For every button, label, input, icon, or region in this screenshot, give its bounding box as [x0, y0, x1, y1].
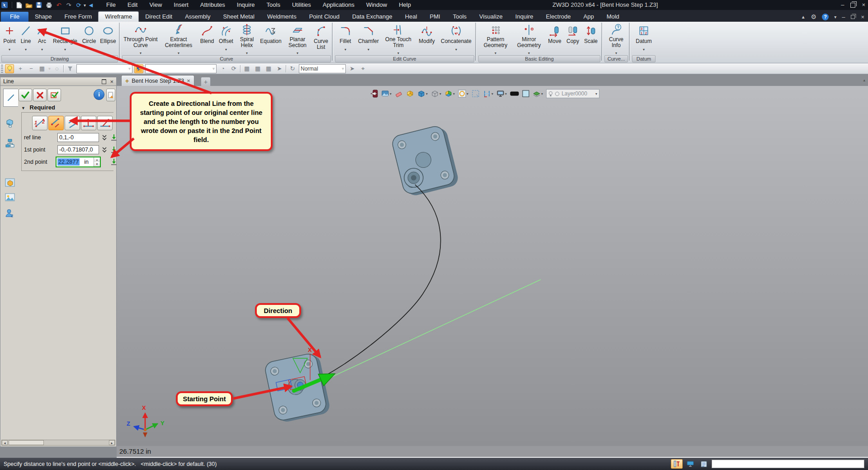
first-point-pick-icon[interactable]: [110, 145, 117, 154]
help-icon[interactable]: ?: [822, 14, 829, 20]
tab-weldments[interactable]: Weldments: [261, 12, 303, 22]
face-color-icon[interactable]: [522, 89, 529, 98]
move-button[interactable]: Move: [545, 23, 564, 54]
view-display-icon[interactable]: ▾: [381, 89, 392, 98]
perpendicular-line-button[interactable]: [81, 116, 96, 130]
scroll-thumb[interactable]: [9, 440, 44, 445]
rectangle-button[interactable]: Rectangle: [50, 23, 80, 54]
datum-button[interactable]: 312 Datum: [632, 23, 656, 54]
ref-line-expand-icon[interactable]: [101, 133, 108, 142]
second-point-spinner[interactable]: ▴ ▼: [94, 157, 100, 166]
redo-icon[interactable]: ↷: [64, 1, 73, 9]
tab-app[interactable]: App: [577, 12, 600, 22]
document-tab[interactable]: + Bent Hose Step 1.Z3 ×: [121, 75, 194, 86]
tab-electrode[interactable]: Electrode: [540, 12, 577, 22]
tab-wireframe[interactable]: Wireframe: [98, 11, 139, 22]
line-panel-titlebar[interactable]: Line ×: [0, 77, 117, 86]
tab-point-cloud[interactable]: Point Cloud: [303, 12, 346, 22]
monitor-icon[interactable]: ▾: [496, 89, 507, 98]
back-icon[interactable]: ◀: [86, 1, 95, 9]
dropdown-icon[interactable]: [643, 44, 645, 52]
panel-close-button[interactable]: ×: [110, 78, 113, 85]
arc-button[interactable]: Arc: [34, 23, 50, 54]
first-point-expand-icon[interactable]: [101, 145, 108, 154]
filter-combo[interactable]: ▾: [76, 64, 132, 73]
extract-centerlines-button[interactable]: Extract Centerlines: [159, 23, 198, 54]
modify-button[interactable]: Modify: [415, 23, 438, 54]
regen-model-icon[interactable]: ⟳: [229, 64, 238, 73]
pick-arrow-icon[interactable]: ➤: [275, 64, 284, 73]
user-profile-icon[interactable]: 2: [4, 206, 16, 220]
status-input-field[interactable]: [712, 460, 864, 468]
output-log-button[interactable]: [698, 459, 710, 469]
eraser-icon[interactable]: [395, 89, 403, 98]
second-point-value[interactable]: 22.2877: [57, 158, 80, 166]
open-file-icon[interactable]: [24, 1, 33, 9]
ref-line-pick-icon[interactable]: [110, 133, 117, 142]
offset-button[interactable]: Offset: [216, 23, 236, 54]
two-point-line-button[interactable]: 12: [32, 116, 47, 130]
layer-combo[interactable]: Layer0000 ▾: [546, 89, 599, 98]
menu-window[interactable]: Window: [360, 0, 393, 10]
mirror-geometry-button[interactable]: Mirror Geometry: [513, 23, 545, 54]
history-tree-icon[interactable]: [4, 137, 16, 150]
required-section-header[interactable]: ▼ Required: [21, 104, 55, 111]
curve-list-button[interactable]: Curve List: [311, 23, 331, 54]
doc-restore-button[interactable]: [851, 15, 855, 19]
scale-button[interactable]: Scale: [581, 23, 600, 54]
render-view-icon[interactable]: [4, 191, 16, 204]
axis-cube-icon[interactable]: [406, 89, 414, 98]
layers-icon[interactable]: ▾: [533, 89, 543, 98]
state-icon-2[interactable]: ▦: [253, 64, 262, 73]
tab-pmi[interactable]: PMI: [424, 12, 447, 22]
copy-button[interactable]: Copy: [564, 23, 581, 54]
dropdown-icon[interactable]: [41, 44, 43, 52]
help-dropdown-icon[interactable]: ▾: [834, 14, 836, 19]
first-point-input[interactable]: -0,-0.71807,0: [57, 145, 99, 154]
ref-line-input[interactable]: 0,1,-0: [57, 133, 99, 142]
shape-mode-icon[interactable]: [4, 116, 16, 129]
print-icon[interactable]: [44, 1, 53, 9]
info-button[interactable]: i: [94, 89, 104, 100]
dropdown-icon[interactable]: [9, 44, 10, 52]
menu-view[interactable]: View: [143, 0, 168, 10]
apply-button[interactable]: [47, 89, 61, 101]
ok-button[interactable]: [19, 89, 32, 101]
circle-button[interactable]: Circle: [80, 23, 98, 54]
rotate-view-icon[interactable]: ↻: [288, 64, 297, 73]
layer-dropdown-icon[interactable]: ▾: [595, 92, 597, 96]
filter-icon[interactable]: [66, 64, 75, 73]
toolbar-drag-handle[interactable]: [1, 65, 3, 73]
tab-free-form[interactable]: Free Form: [58, 12, 99, 22]
menu-utilities[interactable]: Utilities: [286, 0, 317, 10]
parallel-line-button[interactable]: [65, 116, 80, 130]
options-page-button[interactable]: [106, 89, 115, 101]
close-button[interactable]: ×: [862, 0, 865, 10]
tab-direct-edit[interactable]: Direct Edit: [139, 12, 179, 22]
tab-data-exchange[interactable]: Data Exchange: [346, 12, 399, 22]
concatenate-button[interactable]: Concatenate: [438, 23, 474, 54]
exit-sketch-icon[interactable]: [370, 89, 378, 98]
zw-quick-icon[interactable]: [134, 64, 143, 73]
second-point-input[interactable]: 22.2877 in ▴ ▼: [56, 157, 101, 167]
menu-insert[interactable]: Insert: [168, 0, 194, 10]
align-h-icon[interactable]: ▾: [483, 89, 493, 98]
highlight-bulb-icon[interactable]: [5, 64, 14, 73]
fillet-button[interactable]: Fillet: [335, 23, 356, 54]
tab-scroll-icon[interactable]: ▴: [863, 78, 865, 82]
blend-button[interactable]: Blend: [198, 23, 216, 54]
minimize-button[interactable]: –: [841, 0, 844, 10]
new-file-icon[interactable]: [14, 1, 24, 9]
curve-info-button[interactable]: Curve Info: [604, 23, 628, 54]
snap-target-icon[interactable]: ⌖: [359, 64, 368, 73]
tab-inquire[interactable]: Inquire: [509, 12, 540, 22]
directional-line-button[interactable]: [48, 116, 64, 130]
section-collapse-icon[interactable]: ▼: [21, 106, 25, 110]
display-toggle-button[interactable]: [684, 459, 696, 469]
remove-icon[interactable]: −: [27, 64, 36, 73]
ribbon-collapse-icon[interactable]: ▲: [801, 14, 806, 19]
pattern-select-icon[interactable]: ▦: [38, 64, 47, 73]
wireframe-cube-icon[interactable]: ▾: [431, 89, 441, 98]
frame-select-icon[interactable]: [472, 89, 480, 98]
render-cube-icon[interactable]: ▾: [444, 89, 455, 98]
